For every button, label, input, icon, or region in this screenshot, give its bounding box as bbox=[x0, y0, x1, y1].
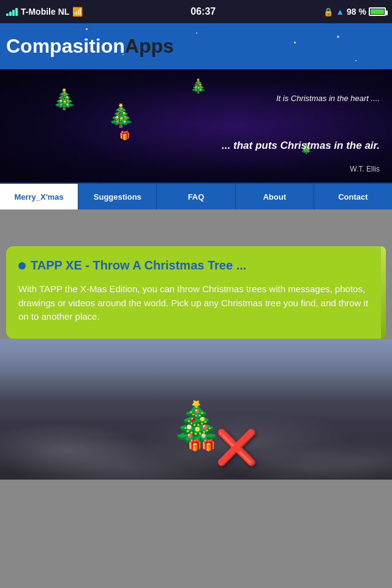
nav-label-suggestions: Suggestions bbox=[94, 192, 141, 202]
navigation-bar: Merry_X'mas Suggestions FAQ About Contac… bbox=[0, 183, 392, 209]
hero-quote-1: It is Christmas in the heart .... bbox=[276, 94, 380, 103]
status-bar: T-Mobile NL 📶 06:37 🔒 ▲ 98 % bbox=[0, 0, 392, 23]
title-part2: Apps bbox=[125, 35, 174, 57]
wifi-icon: 📶 bbox=[72, 7, 83, 17]
gifts-1: 🎁 bbox=[119, 130, 130, 140]
battery-percentage: 98 % bbox=[347, 7, 366, 17]
cloud-section: 🎄 🎁🎁 ❌ bbox=[0, 339, 392, 480]
nav-label-merry-xmas: Merry_X'mas bbox=[14, 192, 63, 202]
app-title: CompasitionApps bbox=[6, 35, 174, 58]
status-left: T-Mobile NL 📶 bbox=[6, 7, 83, 17]
spacer-area bbox=[0, 209, 392, 246]
feature-card: TAPP XE - Throw A Christmas Tree ... Wit… bbox=[6, 246, 386, 339]
map-tree-3: 🎄 bbox=[190, 78, 206, 94]
battery-icon bbox=[369, 7, 386, 16]
card-title: TAPP XE - Throw A Christmas Tree ... bbox=[18, 258, 374, 273]
hero-quote-2: ... that puts Christmas in the air. bbox=[12, 140, 380, 152]
signal-bars bbox=[6, 8, 18, 16]
nav-item-merry-xmas[interactable]: Merry_X'mas bbox=[0, 184, 78, 209]
map-tree-1: 🎄 bbox=[52, 88, 77, 111]
location-icon: ▲ bbox=[336, 7, 344, 17]
bullet-dot bbox=[18, 262, 26, 270]
card-body-text: With TAPP the X-Mas Edition, you can thr… bbox=[18, 282, 374, 324]
app-header: CompasitionApps bbox=[0, 23, 392, 69]
nav-item-about[interactable]: About bbox=[236, 184, 314, 209]
title-part1: Compasition bbox=[6, 35, 125, 57]
nav-item-contact[interactable]: Contact bbox=[314, 184, 392, 209]
status-right: 🔒 ▲ 98 % bbox=[323, 7, 386, 17]
card-title-text: TAPP XE - Throw A Christmas Tree ... bbox=[31, 258, 246, 273]
tree-gifts: 🎁🎁 bbox=[188, 439, 215, 452]
nav-label-faq: FAQ bbox=[188, 192, 205, 202]
scroll-indicator bbox=[381, 246, 386, 339]
lock-icon: 🔒 bbox=[323, 7, 333, 17]
nav-item-faq[interactable]: FAQ bbox=[157, 184, 235, 209]
nav-item-suggestions[interactable]: Suggestions bbox=[78, 184, 157, 209]
hero-banner: 🎄 🎄 🎄 🎁 🎄 It is Christmas in the heart .… bbox=[0, 69, 392, 183]
time-display: 06:37 bbox=[190, 6, 216, 17]
carrier-label: T-Mobile NL bbox=[21, 7, 69, 17]
nav-label-contact: Contact bbox=[338, 192, 368, 202]
red-x-icon[interactable]: ❌ bbox=[216, 428, 258, 467]
hero-attribution: W.T. Ellis bbox=[350, 165, 380, 173]
nav-label-about: About bbox=[263, 192, 286, 202]
map-tree-2: 🎄 bbox=[107, 103, 135, 129]
